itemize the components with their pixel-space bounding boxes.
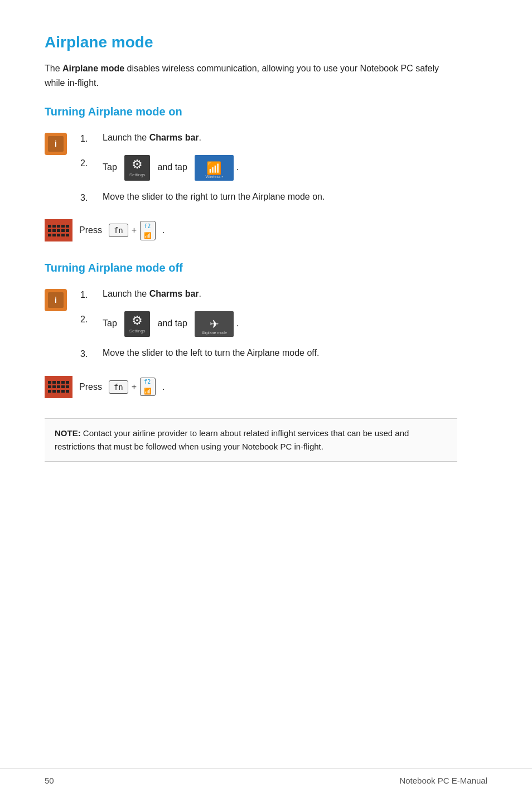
key-dot (57, 234, 60, 236)
step-off-1: 1. Launch the Charms bar. (80, 287, 457, 302)
key-row-2-off (48, 385, 69, 388)
section-off-title: Turning Airplane mode off (45, 262, 457, 274)
key-dot (66, 385, 69, 388)
step-on-2-num: 2. (80, 155, 97, 171)
key-dot (48, 381, 51, 384)
steps-off: 1. Launch the Charms bar. 2. Tap ⚙ Se (80, 287, 457, 370)
step-on-1: 1. Launch the Charms bar. (80, 131, 457, 146)
step-on-2-tap: Tap (103, 162, 117, 172)
key-dot (52, 381, 56, 384)
step-off-1-num: 1. (80, 287, 97, 302)
key-row-3-off (48, 390, 69, 393)
method-row-on: i 1. Launch the Charms bar. 2. Tap (45, 131, 457, 214)
f2-key-off: f2 📶 (140, 378, 156, 396)
step-off-2-tap: Tap (103, 318, 117, 328)
section-on-title: Turning Airplane mode on (45, 105, 457, 118)
key-dot (52, 390, 56, 393)
period-off: . (162, 382, 165, 392)
charms-bar-label-on: Charms bar (149, 133, 199, 142)
charms-bar-label-off: Charms bar (149, 289, 199, 298)
step-off-3-content: Move the slider to the left to turn the … (103, 346, 319, 360)
f2-wifi-icon-on: 📶 (144, 232, 152, 239)
method-row-off: i 1. Launch the Charms bar. 2. Tap (45, 287, 457, 370)
key-row-1 (48, 225, 69, 228)
settings-icon-on: ⚙ Settings (124, 155, 150, 181)
key-row-3 (48, 234, 69, 236)
step-on-2: 2. Tap ⚙ Settings and tap (80, 155, 457, 181)
key-dot (52, 229, 56, 232)
footer-page-number: 50 (45, 776, 54, 785)
key-dot (52, 234, 56, 236)
key-dot (66, 229, 69, 232)
wireless-label: Wireless • (195, 173, 234, 180)
charms-icon-off: i (45, 289, 67, 311)
step-off-2-and-tap: and tap (157, 318, 187, 328)
step-off-2: 2. Tap ⚙ Settings and tap (80, 311, 457, 337)
step-on-2-and-tap: and tap (157, 162, 187, 172)
key-row-1-off (48, 381, 69, 384)
f2-key-on: f2 📶 (140, 221, 156, 240)
press-text-on: Press (79, 225, 102, 235)
step-off-3: 3. Move the slider to the left to turn t… (80, 346, 457, 361)
step-off-3-num: 3. (80, 346, 97, 361)
airplane-icon-off: ✈ Airplane mode (195, 311, 234, 337)
intro-paragraph: The Airplane mode disables wireless comm… (45, 61, 457, 90)
charms-icon-on: i (45, 133, 67, 155)
fn-key-off: fn (109, 380, 128, 394)
keyboard-icon-off (45, 376, 72, 398)
key-dot (57, 229, 60, 232)
key-dot (52, 385, 56, 388)
step-on-3: 3. Move the slider to the right to turn … (80, 190, 457, 205)
key-dot (61, 229, 65, 232)
key-dot (66, 390, 69, 393)
step-off-1-content: Launch the Charms bar. (103, 287, 201, 301)
f2-wifi-icon-off: 📶 (144, 388, 152, 395)
airplane-label: Airplane mode (195, 330, 234, 336)
key-dot (57, 225, 60, 228)
step-on-2-content: Tap ⚙ Settings and tap (103, 155, 239, 181)
wireless-icon-on: 📶 Wireless • (195, 155, 234, 181)
charms-icon-inner-off: i (48, 292, 64, 308)
key-combo-off: fn + f2 📶 (109, 378, 156, 396)
key-dot (61, 234, 65, 236)
press-row-on: Press fn + f2 📶 . (45, 219, 457, 241)
key-dot (66, 225, 69, 228)
f2-sup-on: f2 (144, 223, 151, 229)
key-dot (48, 225, 51, 228)
f2-sup-off: f2 (144, 379, 151, 385)
step-on-1-num: 1. (80, 131, 97, 146)
key-dot (61, 381, 65, 384)
press-text-off: Press (79, 382, 102, 392)
step-on-3-num: 3. (80, 190, 97, 205)
step-off-2-num: 2. (80, 311, 97, 327)
settings-label-on: Settings (124, 172, 150, 179)
key-dot (48, 390, 51, 393)
key-dot (57, 381, 60, 384)
steps-on: 1. Launch the Charms bar. 2. Tap ⚙ Se (80, 131, 457, 214)
key-dot (48, 385, 51, 388)
intro-bold: Airplane mode (62, 64, 124, 73)
period-on: . (162, 225, 165, 235)
charms-icon-inner: i (48, 136, 64, 152)
key-combo-on: fn + f2 📶 (109, 221, 156, 240)
footer-manual-title: Notebook PC E-Manual (399, 776, 487, 785)
press-row-off: Press fn + f2 📶 . (45, 376, 457, 398)
key-row-2 (48, 229, 69, 232)
note-label: NOTE: (55, 428, 81, 438)
step-on-1-content: Launch the Charms bar. (103, 131, 201, 145)
note-text: Contact your airline provider to learn a… (55, 428, 409, 451)
key-dot (61, 390, 65, 393)
gear-icon-off: ⚙ (124, 311, 150, 330)
footer-bar: 50 Notebook PC E-Manual (0, 769, 532, 785)
section-airplane-off: Turning Airplane mode off i 1. Launch th… (45, 262, 457, 398)
plus-sign-on: + (132, 225, 137, 235)
key-dot (48, 229, 51, 232)
key-dot (66, 234, 69, 236)
settings-icon-off: ⚙ Settings (124, 311, 150, 337)
section-airplane-on: Turning Airplane mode on i 1. Launch the… (45, 105, 457, 241)
key-dot (61, 385, 65, 388)
gear-icon-on: ⚙ (124, 155, 150, 174)
page-title: Airplane mode (45, 33, 457, 51)
key-dot (61, 225, 65, 228)
key-dot (48, 234, 51, 236)
